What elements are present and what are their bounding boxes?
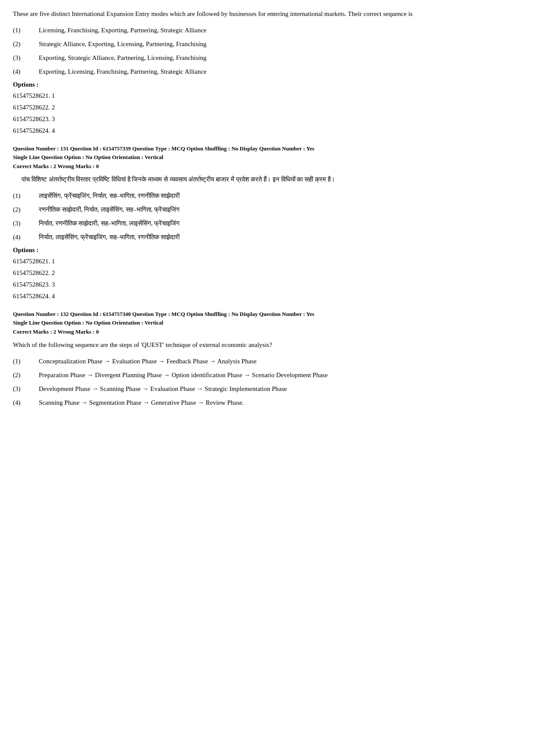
option-text: Exporting, Strategic Alliance, Partnerin… bbox=[39, 53, 521, 63]
option-num: (1) bbox=[13, 25, 39, 35]
q131-options-list: (1) लाइसेंसिंग, फ्रेंचाइजिंग, निर्यात, स… bbox=[13, 191, 521, 242]
q131-marks: Correct Marks : 2 Wrong Marks : 0 bbox=[13, 163, 521, 170]
option-text: Conceptualization Phase → Evaluation Pha… bbox=[39, 356, 521, 366]
list-item: (1) लाइसेंसिंग, फ्रेंचाइजिंग, निर्यात, स… bbox=[13, 191, 521, 201]
option-num: (1) bbox=[13, 356, 39, 366]
q131-options-label: Options : bbox=[13, 247, 521, 254]
list-item: (3) Exporting, Strategic Alliance, Partn… bbox=[13, 53, 521, 63]
option-value: 61547528624. 4 bbox=[13, 125, 521, 137]
q132-meta-line1: Question Number : 132 Question Id : 6154… bbox=[13, 310, 521, 319]
option-num: (3) bbox=[13, 384, 39, 394]
option-value: 61547528622. 2 bbox=[13, 267, 521, 279]
list-item: (2) Strategic Alliance, Exporting, Licen… bbox=[13, 39, 521, 49]
option-text: निर्यात, रणनीतिक साझेदारी, सह–भागिता, ला… bbox=[39, 218, 521, 228]
q132-meta: Question Number : 132 Question Id : 6154… bbox=[13, 310, 521, 327]
option-text: Exporting, Licensing, Franchising, Partn… bbox=[39, 66, 521, 77]
option-num: (4) bbox=[13, 232, 39, 242]
option-num: (3) bbox=[13, 218, 39, 228]
option-text: Preparation Phase → Divergent Planning P… bbox=[39, 370, 521, 380]
list-item: (4) Scanning Phase → Segmentation Phase … bbox=[13, 397, 521, 408]
option-num: (2) bbox=[13, 370, 39, 380]
q131-question: पांच विशिष्ट अंतर्राष्ट्रीय विस्तार प्रव… bbox=[22, 174, 521, 184]
option-value: 61547528621. 1 bbox=[13, 256, 521, 267]
intro-text: These are five distinct International Ex… bbox=[13, 9, 521, 19]
option-text: लाइसेंसिंग, फ्रेंचाइजिंग, निर्यात, सह–भा… bbox=[39, 191, 521, 201]
option-value: 61547528621. 1 bbox=[13, 90, 521, 102]
option-value: 61547528624. 4 bbox=[13, 291, 521, 302]
option-text: Development Phase → Scanning Phase → Eva… bbox=[39, 384, 521, 394]
list-item: (1) Conceptualization Phase → Evaluation… bbox=[13, 356, 521, 366]
q131-meta: Question Number : 131 Question Id : 6154… bbox=[13, 144, 521, 161]
q130-options-list: (1) Licensing, Franchising, Exporting, P… bbox=[13, 25, 521, 77]
list-item: (4) निर्यात, लाइसेंसिंग, फ्रेंचाइजिंग, स… bbox=[13, 232, 521, 242]
q132-meta-line2: Single Line Question Option : No Option … bbox=[13, 319, 521, 327]
list-item: (4) Exporting, Licensing, Franchising, P… bbox=[13, 66, 521, 77]
option-value: 61547528623. 3 bbox=[13, 279, 521, 291]
option-text: निर्यात, लाइसेंसिंग, फ्रेंचाइजिंग, सह–भा… bbox=[39, 232, 521, 242]
option-num: (4) bbox=[13, 397, 39, 408]
q132-marks: Correct Marks : 2 Wrong Marks : 0 bbox=[13, 328, 521, 335]
list-item: (2) Preparation Phase → Divergent Planni… bbox=[13, 370, 521, 380]
q130-option-values: 61547528621. 1 61547528622. 2 6154752862… bbox=[13, 90, 521, 137]
q131-option-values: 61547528621. 1 61547528622. 2 6154752862… bbox=[13, 256, 521, 302]
q131-meta-line2: Single Line Question Option : No Option … bbox=[13, 153, 521, 162]
option-num: (2) bbox=[13, 204, 39, 215]
option-text: Licensing, Franchising, Exporting, Partn… bbox=[39, 25, 521, 35]
option-text: रणनीतिक साझेदारी, निर्यात, लाइसेंसिंग, स… bbox=[39, 204, 521, 215]
q132-question: Which of the following sequence are the … bbox=[13, 340, 521, 350]
list-item: (3) Development Phase → Scanning Phase →… bbox=[13, 384, 521, 394]
list-item: (1) Licensing, Franchising, Exporting, P… bbox=[13, 25, 521, 35]
list-item: (2) रणनीतिक साझेदारी, निर्यात, लाइसेंसिं… bbox=[13, 204, 521, 215]
q130-options-label: Options : bbox=[13, 81, 521, 88]
option-text: Scanning Phase → Segmentation Phase → Ge… bbox=[39, 397, 521, 408]
option-text: Strategic Alliance, Exporting, Licensing… bbox=[39, 39, 521, 49]
q131-meta-line1: Question Number : 131 Question Id : 6154… bbox=[13, 144, 521, 153]
option-num: (2) bbox=[13, 39, 39, 49]
q132-options-list: (1) Conceptualization Phase → Evaluation… bbox=[13, 356, 521, 408]
option-value: 61547528622. 2 bbox=[13, 102, 521, 113]
option-num: (1) bbox=[13, 191, 39, 201]
list-item: (3) निर्यात, रणनीतिक साझेदारी, सह–भागिता… bbox=[13, 218, 521, 228]
option-value: 61547528623. 3 bbox=[13, 113, 521, 125]
option-num: (3) bbox=[13, 53, 39, 63]
option-num: (4) bbox=[13, 66, 39, 77]
